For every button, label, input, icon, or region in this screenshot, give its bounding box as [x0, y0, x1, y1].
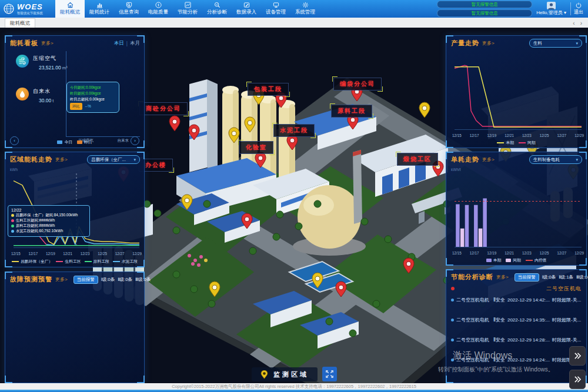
alarm-list-item[interactable]: 二号空压机电机Ⅱ安全2022-12-29 14:24:...时段超限-关...: [451, 357, 583, 363]
nav-item-energy-overview[interactable]: 能耗概览: [55, 0, 85, 18]
legend-item[interactable]: 水泥工段: [113, 259, 138, 264]
tooltip-series-row: 生料工区能耗:####kWh: [11, 218, 86, 223]
x-axis-ticks: 12/1512/1712/1912/2112/2312/2512/2712/29: [11, 252, 142, 256]
tab-scroll-left[interactable]: ‹: [573, 20, 574, 26]
side-widget-button-top[interactable]: [569, 346, 586, 366]
tooltip-series-dot: [11, 230, 14, 233]
kanban-item-tap-water[interactable]: 自来水 30.00t: [16, 88, 54, 103]
tab-scroll-right[interactable]: ›: [580, 20, 582, 26]
panel-title: 区域能耗走势: [10, 155, 52, 164]
x-axis-ticks: 12/1512/1712/1912/2112/2312/2512/2712/29: [452, 251, 584, 255]
alarm-list-item[interactable]: 二号空压机电机Ⅱ安全2022-12-29 14:42:...时段超限-关...: [451, 297, 583, 303]
alarm-list-item[interactable]: 二号空压机电机Ⅱ安全2022-12-29 14:35:...时段超限-关...: [451, 317, 583, 323]
nav-item-power-quality[interactable]: 电能质量: [143, 0, 173, 18]
nav-label: 能耗统计: [89, 9, 109, 16]
product-dropdown[interactable]: 生料 ▾: [529, 39, 582, 48]
map-label-concrete-branch[interactable]: 商砼分公司: [139, 102, 188, 115]
legend-item[interactable]: 同期: [506, 257, 521, 263]
fullscreen-button[interactable]: [322, 367, 337, 381]
alarm-banner-bottom[interactable]: 暂无报警信息: [437, 9, 532, 17]
legend-label: 昨日: [84, 139, 92, 145]
nav-label: 分析诊断: [207, 9, 227, 16]
alarm-lv: Ⅱ安全: [493, 357, 505, 363]
map-label-bag-branch[interactable]: 编袋分公司: [333, 78, 382, 91]
legend-item[interactable]: 生料工区: [56, 259, 81, 264]
map-label-raw-material-section[interactable]: 原料工段: [331, 105, 372, 118]
diagnosis-marquee: 二号空压机电: [451, 285, 582, 292]
alarm-lv: Ⅱ安全: [493, 297, 505, 303]
alarm-list-item[interactable]: 二号空压机电机Ⅱ安全2022-12-29 14:28:...时段超限-关...: [451, 337, 583, 343]
lightning-icon: [155, 2, 162, 8]
tooltip-series-text: 昌鹏环保（全厂）能耗:84,150.00kWh: [16, 213, 78, 218]
legend-item[interactable]: 原料工段: [85, 259, 109, 264]
user-menu[interactable]: Hello,管理员 ▾: [536, 2, 566, 16]
item-value: 30.00: [39, 98, 51, 103]
current-alarm-button[interactable]: 当前报警: [74, 276, 98, 284]
axis-tick: 12/15: [11, 252, 21, 256]
nav-item-energy-analysis[interactable]: 节能分析: [173, 0, 202, 18]
legend-item[interactable]: 内控值: [526, 257, 546, 263]
legend-label: 同期: [527, 140, 536, 146]
alarm-dot: [451, 319, 454, 321]
nav-item-analysis-diagnosis[interactable]: 分析诊断: [202, 0, 232, 18]
logout-button[interactable]: 退出: [570, 2, 586, 15]
axis-tick: 12/25: [98, 252, 107, 256]
axis-tick: 12/19: [46, 252, 55, 256]
tooltip-series-row: 原料工段能耗:####kWh: [11, 223, 86, 229]
nav-item-data-entry[interactable]: 数据录入: [232, 0, 261, 18]
region-dropdown[interactable]: 昌鹏环保（全厂... ▾: [87, 155, 140, 164]
kanban-legend: 今日昨日: [5, 139, 144, 145]
chevron-down-icon: ▾: [576, 158, 578, 162]
alarm-dev: 二号空压机电机: [456, 297, 489, 303]
level1-count: Ⅰ级:0条: [542, 274, 556, 280]
diagnosis-icon: [214, 2, 220, 8]
side-widget-button-bottom[interactable]: [569, 370, 586, 389]
nav-item-device-management[interactable]: 设备管理: [261, 0, 290, 18]
map-label-cement-section[interactable]: 水泥工段: [273, 124, 315, 137]
legend-label: 原料工段: [93, 259, 109, 264]
chevron-down-icon: ▾: [564, 10, 566, 15]
panel-title: 节能分析诊断: [451, 273, 493, 282]
legend-swatch: [526, 260, 533, 261]
map-label-packaging-section[interactable]: 包装工段: [248, 83, 289, 96]
legend-label: 本期: [493, 257, 502, 263]
panel-fault-prediction: 故障预测预警 更多> 当前报警 Ⅰ级:0条 Ⅱ级:0条 Ⅲ级:0条: [5, 272, 145, 383]
consumption-type-dropdown[interactable]: 生料制备电耗 ▾: [529, 155, 582, 164]
nav-item-energy-stats[interactable]: 能耗统计: [85, 0, 114, 18]
greeting-text: Hello,管理员: [536, 10, 562, 15]
more-link[interactable]: 更多>: [55, 156, 68, 163]
nav-item-info-query[interactable]: 信息查询: [114, 0, 143, 18]
tooltip-series-text: 水泥工段能耗:60,792.10kWh: [16, 229, 63, 234]
legend-item[interactable]: 本期: [486, 257, 502, 263]
axis-tick: 12/15: [452, 251, 462, 255]
legend-item[interactable]: 同期: [519, 140, 536, 146]
regional-legend: 昌鹏环保（全厂）生料工区原料工段水泥工段: [5, 259, 144, 264]
item-unit: m³: [62, 65, 68, 71]
legend-item[interactable]: 今日: [57, 139, 72, 145]
panel-title: 能耗看板: [10, 39, 38, 48]
more-link[interactable]: 更多>: [482, 156, 495, 163]
bar-chart-icon: [96, 2, 103, 8]
more-link[interactable]: 更多>: [496, 274, 509, 280]
nav-item-system-management[interactable]: 系统管理: [290, 0, 320, 18]
current-alarm-button[interactable]: 当前报警: [514, 273, 539, 282]
more-link[interactable]: 更多>: [41, 40, 54, 46]
kanban-item-compressed-air[interactable]: 压缩空气 23,521.00m³: [16, 55, 68, 71]
map-label-laboratory[interactable]: 化验室: [239, 141, 273, 154]
map-label-calcination-area[interactable]: 煅烧工区: [397, 153, 438, 166]
monitor-area-button[interactable]: 监测区域: [252, 367, 318, 381]
tab-energy-overview[interactable]: 能耗概览: [5, 18, 35, 28]
tooltip-series-text: 生料工区能耗:####kWh: [16, 218, 55, 223]
dropdown-value: 生料: [533, 41, 573, 46]
legend-item[interactable]: 昌鹏环保（全厂）: [12, 259, 52, 264]
legend-swatch: [113, 261, 120, 262]
axis-tick: 12/17: [470, 251, 479, 255]
legend-item[interactable]: 本期: [497, 140, 514, 146]
axis-tick: 12/23: [522, 133, 532, 138]
alarm-banner-top[interactable]: 暂无报警信息: [437, 1, 532, 8]
legend-item[interactable]: 昨日: [77, 139, 92, 145]
more-link[interactable]: 更多>: [482, 40, 495, 46]
more-link[interactable]: 更多>: [55, 276, 68, 283]
axis-tick: 12/27: [557, 251, 566, 255]
toggle-day[interactable]: 本日: [114, 40, 124, 47]
